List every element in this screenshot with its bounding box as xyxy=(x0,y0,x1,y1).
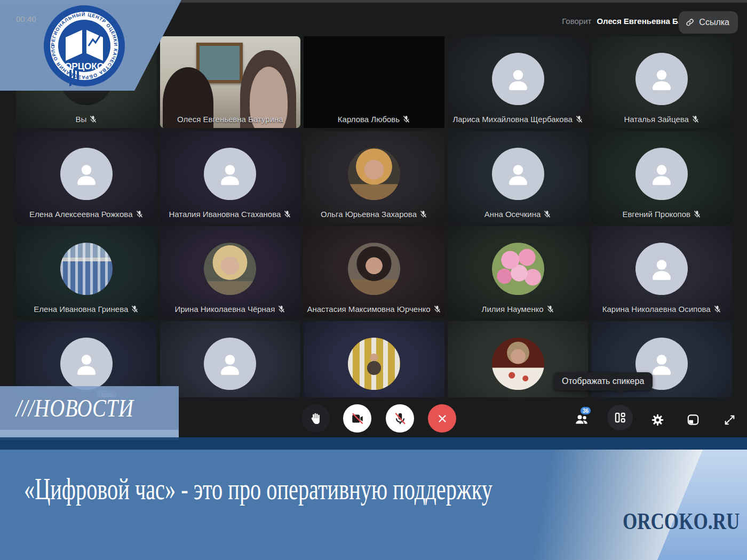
participant-tile[interactable]: Карлова Любовь xyxy=(304,36,444,128)
mic-off-icon xyxy=(131,305,139,313)
participant-name: Ольга Юрьевна Захарова xyxy=(321,210,417,219)
participant-tile[interactable]: Ирина Николаевна Чёрная xyxy=(160,226,301,318)
mic-off-icon xyxy=(713,305,721,313)
participants-count-badge: 36 xyxy=(579,406,592,415)
avatar xyxy=(635,243,688,295)
mic-off-icon xyxy=(575,115,583,123)
avatar xyxy=(348,243,400,295)
participant-name: Анастасия Максимовна Юрченко xyxy=(307,305,430,314)
mic-off-icon xyxy=(692,115,700,123)
participants-button[interactable]: 36 xyxy=(572,411,591,427)
close-icon xyxy=(436,413,448,425)
copy-link-button[interactable]: Ссылка xyxy=(679,11,738,34)
link-button-label: Ссылка xyxy=(699,18,729,27)
call-timer: 00:40 xyxy=(16,14,36,23)
participant-name: Ирина Николаевна Чёрная xyxy=(174,305,275,314)
speaking-prefix: Говорит xyxy=(562,17,591,26)
speaking-indicator: Говорит Олеся Евгеньевна Б. xyxy=(562,17,680,26)
site-url: ORCOKO.RU xyxy=(623,507,740,535)
mic-off-icon xyxy=(693,210,701,218)
avatar xyxy=(492,148,544,200)
participant-tile[interactable]: Елена Ивановна Гринева xyxy=(16,226,157,318)
headline-banner: «Цифровой час» - это про оперативную под… xyxy=(0,450,747,560)
mic-off-button[interactable] xyxy=(386,404,414,433)
mic-off-icon xyxy=(546,305,554,313)
participant-name: Евгений Прокопов xyxy=(622,210,690,219)
avatar xyxy=(204,148,256,200)
news-banner: ///НОВОСТИ xyxy=(0,386,179,430)
avatar xyxy=(492,53,544,105)
participant-name: Лариса Михайловна Щербакова xyxy=(452,115,572,124)
participant-name: Наталья Зайцева xyxy=(624,115,688,124)
participant-name: Лилия Науменко xyxy=(482,305,544,314)
raise-hand-button[interactable] xyxy=(301,404,330,433)
avatar xyxy=(635,148,688,200)
avatar xyxy=(492,243,544,295)
participant-name: Вы xyxy=(75,115,86,124)
participant-tile[interactable]: Карина Николаевна Осипова xyxy=(591,226,732,318)
participants-grid: Вы Олеся Евгеньевна Батурина Карлова Люб… xyxy=(16,36,732,413)
avatar xyxy=(60,243,113,295)
expand-icon xyxy=(723,413,736,427)
headline-text: «Цифровой час» - это про оперативную под… xyxy=(24,472,492,506)
avatar xyxy=(204,243,256,295)
layout-grid-icon xyxy=(613,411,627,425)
fullscreen-button[interactable] xyxy=(721,412,737,427)
participant-tile[interactable]: Евгений Прокопов xyxy=(591,131,732,223)
mic-off-icon xyxy=(543,210,551,218)
picture-in-picture-icon xyxy=(686,413,700,427)
participant-tile[interactable]: Лилия Науменко xyxy=(448,226,589,318)
logo-center-text: ОРЦОКО xyxy=(65,61,104,71)
participant-name: Карина Николаевна Осипова xyxy=(602,305,711,314)
mic-off-icon xyxy=(419,210,427,218)
layout-button[interactable] xyxy=(607,405,633,430)
participant-name: Елена Ивановна Гринева xyxy=(34,305,128,314)
participant-tile[interactable]: Анна Осечкина xyxy=(448,131,589,223)
participant-name: Анна Осечкина xyxy=(484,210,541,219)
speaking-name: Олеся Евгеньевна Б. xyxy=(597,17,680,26)
participant-tile[interactable]: Наталия Ивановна Стаханова xyxy=(160,131,301,223)
leave-call-button[interactable] xyxy=(428,404,456,433)
participant-name: Елена Алексеевна Рожкова xyxy=(29,210,132,219)
participant-tile[interactable]: Лариса Михайловна Щербакова xyxy=(448,36,589,128)
avatar xyxy=(492,338,544,390)
mic-off-icon xyxy=(393,412,407,426)
participant-tile[interactable]: Елена Алексеевна Рожкова xyxy=(16,131,157,223)
participant-name: Наталия Ивановна Стаханова xyxy=(169,210,281,219)
tooltip-show-speaker: Отображать спикера xyxy=(553,372,653,390)
hand-icon xyxy=(309,412,323,426)
mic-off-icon xyxy=(136,210,144,218)
settings-button[interactable] xyxy=(649,412,665,427)
divider-strip xyxy=(0,437,747,450)
pip-button[interactable] xyxy=(685,412,701,427)
participant-tile[interactable]: Ольга Юрьевна Захарова xyxy=(304,131,444,223)
avatar xyxy=(348,148,400,200)
mic-off-icon xyxy=(89,115,97,123)
avatar xyxy=(60,338,113,390)
mic-off-icon xyxy=(402,115,410,123)
participant-tile[interactable]: Анастасия Максимовна Юрченко xyxy=(304,226,444,318)
avatar xyxy=(635,53,688,105)
participant-tile[interactable]: Наталья Зайцева xyxy=(591,36,732,128)
avatar xyxy=(204,338,256,390)
tooltip-label: Отображать спикера xyxy=(562,377,644,386)
orcoko-logo: РЕГИОНАЛЬНЫЙ ЦЕНТР ОЦЕНКИ КАЧЕСТВА ОБРАЗ… xyxy=(43,4,126,87)
link-icon xyxy=(685,18,695,27)
avatar xyxy=(60,148,113,200)
participant-tile-speaking[interactable]: Олеся Евгеньевна Батурина xyxy=(160,36,301,128)
news-label: ///НОВОСТИ xyxy=(16,394,134,422)
camera-off-button[interactable] xyxy=(343,404,371,433)
avatar xyxy=(348,338,400,390)
gear-icon xyxy=(650,413,665,427)
mic-off-icon xyxy=(277,305,285,313)
camera-off-icon xyxy=(351,412,364,426)
mic-off-icon xyxy=(433,305,441,313)
mic-off-icon xyxy=(283,210,291,218)
participant-name: Олеся Евгеньевна Батурина xyxy=(177,115,283,124)
participant-name: Карлова Любовь xyxy=(338,115,400,124)
